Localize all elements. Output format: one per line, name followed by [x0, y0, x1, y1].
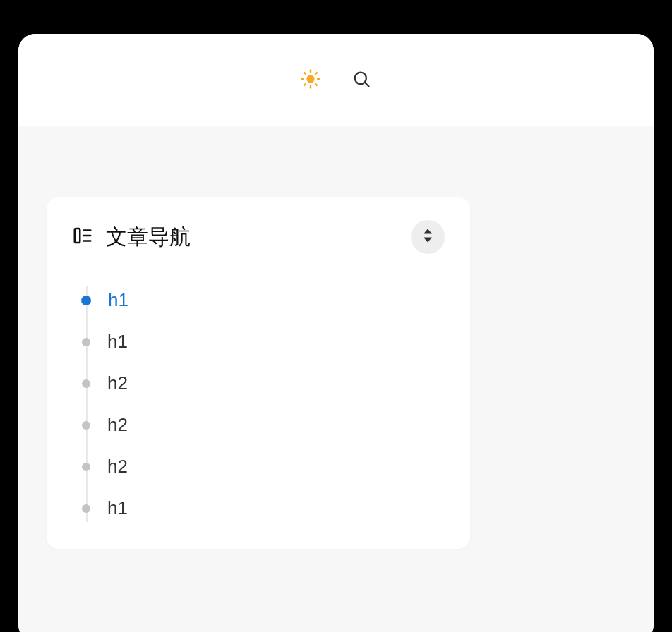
search-button[interactable]: [350, 69, 373, 92]
nav-dot-icon: [82, 463, 90, 471]
toc-icon: [72, 225, 93, 249]
nav-dot-icon: [81, 296, 91, 305]
nav-header: 文章导航: [72, 220, 445, 254]
nav-dot-icon: [82, 504, 90, 513]
nav-item-label: h2: [107, 414, 128, 436]
nav-item-label: h2: [107, 456, 128, 478]
nav-item-label: h1: [107, 331, 128, 353]
nav-item[interactable]: h1: [82, 279, 445, 321]
nav-dot-icon: [82, 338, 90, 346]
app-window: 文章导航 h1h1h2h2h2h1: [18, 34, 654, 632]
search-icon: [352, 69, 371, 92]
nav-item[interactable]: h2: [82, 363, 445, 404]
nav-item[interactable]: h2: [82, 446, 445, 487]
nav-dot-icon: [82, 379, 90, 388]
theme-toggle-button[interactable]: [299, 69, 322, 92]
svg-line-3: [304, 73, 306, 74]
svg-line-7: [304, 84, 306, 85]
svg-line-8: [316, 73, 317, 74]
header: [18, 34, 654, 127]
svg-line-10: [365, 83, 368, 86]
svg-rect-11: [75, 229, 80, 243]
svg-line-4: [316, 84, 317, 85]
nav-item[interactable]: h1: [82, 487, 445, 529]
collapse-button[interactable]: [411, 220, 445, 254]
svg-point-0: [306, 75, 314, 83]
nav-item[interactable]: h1: [82, 321, 445, 363]
nav-dot-icon: [82, 421, 90, 430]
nav-item-label: h1: [107, 497, 128, 519]
nav-item[interactable]: h2: [82, 404, 445, 446]
nav-title: 文章导航: [106, 223, 191, 252]
nav-item-label: h1: [108, 289, 128, 311]
nav-item-label: h2: [107, 372, 128, 394]
article-nav-card: 文章导航 h1h1h2h2h2h1: [47, 198, 470, 549]
sun-icon: [300, 68, 321, 92]
content-area: 文章导航 h1h1h2h2h2h1: [18, 127, 654, 632]
nav-title-wrap: 文章导航: [72, 223, 191, 252]
nav-list: h1h1h2h2h2h1: [72, 279, 445, 529]
chevron-up-down-icon: [421, 227, 435, 247]
